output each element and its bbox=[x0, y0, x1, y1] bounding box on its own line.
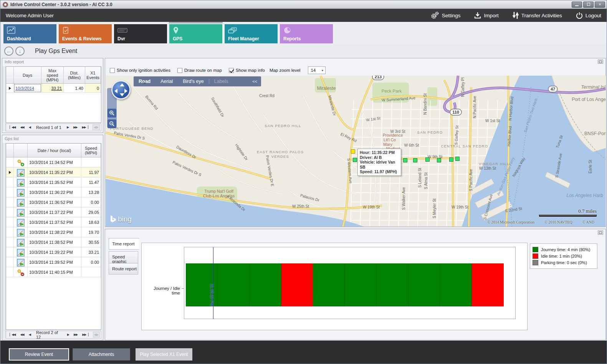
speed-cell[interactable]: 29.05 bbox=[81, 207, 101, 217]
speed-cell[interactable] bbox=[81, 157, 101, 167]
map-style-aerial[interactable]: Aerial bbox=[155, 79, 178, 84]
gps-event-marker-start[interactable] bbox=[351, 149, 355, 154]
map-style-road[interactable]: Road bbox=[134, 79, 155, 84]
collapse-panel-icon[interactable] bbox=[598, 60, 603, 64]
column-header[interactable]: X1 Events bbox=[85, 67, 101, 83]
gps-row[interactable]: 10/3/2014 11:38:52 PM30.55 bbox=[6, 237, 101, 247]
map-style-labels[interactable]: Labels bbox=[209, 79, 233, 84]
gps-row[interactable]: 10/3/2014 11:39:22 PM33.21 bbox=[6, 247, 101, 257]
gps-row[interactable]: 10/3/2014 11:38:22 PM19.70 bbox=[6, 227, 101, 237]
table-row[interactable]: 10/3/201433.211.400 bbox=[6, 84, 101, 93]
zoom-out-button[interactable] bbox=[108, 119, 116, 128]
gps-point-marker[interactable] bbox=[403, 158, 407, 162]
gps-point-marker[interactable] bbox=[413, 158, 417, 162]
down-button[interactable]: ↓ bbox=[15, 46, 25, 56]
import-button[interactable]: Import bbox=[474, 12, 498, 19]
checkbox-checked-icon[interactable] bbox=[229, 68, 234, 73]
record-fast-prev-button[interactable]: ◀◀ bbox=[18, 126, 26, 129]
datetime-cell[interactable]: 10/3/2014 11:35:22 PM bbox=[28, 167, 81, 177]
record-last-button[interactable]: ▶▶▕ bbox=[80, 333, 90, 336]
x1-events-cell[interactable]: 0 bbox=[85, 84, 101, 93]
record-scrollbar[interactable]: ◀▶ bbox=[93, 332, 100, 338]
map-style-bird-s-eye[interactable]: Bird's eye bbox=[178, 79, 209, 84]
record-first-button[interactable]: ▏◀◀ bbox=[7, 333, 18, 336]
transfer-button[interactable]: Transfer Activities bbox=[513, 12, 562, 19]
tab-reports[interactable]: Reports bbox=[280, 24, 333, 43]
close-button[interactable]: × bbox=[595, 2, 605, 8]
minimize-button[interactable] bbox=[572, 2, 582, 8]
tab-time-report[interactable]: Time report bbox=[109, 238, 139, 250]
tab-fleet[interactable]: Fleet Manager bbox=[225, 24, 278, 43]
record-prev-button[interactable]: ◀ bbox=[26, 333, 33, 336]
review-event-button[interactable]: Review Event bbox=[9, 348, 69, 361]
record-next-button[interactable]: ▶ bbox=[65, 126, 71, 129]
tab-dashboard[interactable]: Dashboard bbox=[3, 24, 56, 43]
datetime-cell[interactable]: 10/3/2014 11:40:15 PM bbox=[28, 267, 81, 277]
gps-point-marker[interactable] bbox=[353, 158, 357, 162]
logout-button[interactable]: Logout bbox=[576, 12, 601, 19]
gps-point-marker[interactable] bbox=[437, 158, 441, 162]
map-toolbar-collapse-button[interactable]: << bbox=[248, 79, 261, 84]
record-prev-button[interactable]: ◀ bbox=[26, 126, 33, 129]
datetime-cell[interactable]: 10/3/2014 11:37:22 PM bbox=[28, 207, 81, 217]
tab-route-report[interactable]: Route report bbox=[109, 263, 138, 275]
gps-row[interactable]: 10/3/2014 11:36:52 PM0.00 bbox=[6, 197, 101, 207]
speed-cell[interactable]: 19.70 bbox=[81, 227, 101, 237]
record-last-button[interactable]: ▶▶▕ bbox=[79, 126, 90, 129]
gps-row[interactable]: 10/3/2014 11:34:52 PM bbox=[6, 157, 101, 167]
column-header[interactable]: Speed (MPH) bbox=[81, 144, 101, 157]
speed-cell[interactable]: 30.55 bbox=[81, 237, 101, 247]
gps-row[interactable]: 10/3/2014 11:37:52 PM18.63 bbox=[6, 217, 101, 227]
datetime-cell[interactable]: 10/3/2014 11:38:52 PM bbox=[28, 237, 81, 247]
speed-cell[interactable]: 11.47 bbox=[81, 177, 101, 187]
speed-link[interactable]: 33.21 bbox=[51, 86, 62, 91]
record-scrollbar[interactable]: ◀▶ bbox=[93, 124, 100, 130]
scroll-left-icon[interactable]: ◀ bbox=[94, 126, 96, 129]
record-first-button[interactable]: ▏◀◀ bbox=[7, 126, 18, 129]
tab-gps[interactable]: GPS bbox=[169, 24, 222, 43]
datetime-cell[interactable]: 10/3/2014 11:39:52 PM bbox=[28, 257, 81, 267]
checkbox-unchecked-icon[interactable] bbox=[177, 68, 182, 73]
speed-cell[interactable]: 0.00 bbox=[81, 257, 101, 267]
maximize-button[interactable] bbox=[583, 2, 594, 8]
speed-cell[interactable]: 11.97 bbox=[81, 167, 101, 177]
record-fast-next-button[interactable]: ▶▶ bbox=[71, 333, 80, 336]
tab-events[interactable]: Events & Reviews bbox=[59, 24, 112, 43]
back-button[interactable]: ← bbox=[4, 46, 13, 56]
gps-row[interactable]: 10/3/2014 11:35:22 PM11.97 bbox=[6, 167, 101, 177]
days-cell[interactable]: 10/3/2014 bbox=[14, 84, 41, 93]
gps-row[interactable]: 10/3/2014 11:39:52 PM0.00 bbox=[6, 257, 101, 267]
column-header[interactable]: Dist. (Miles) bbox=[64, 67, 85, 83]
datetime-cell[interactable]: 10/3/2014 11:34:52 PM bbox=[28, 157, 81, 167]
datetime-cell[interactable]: 10/3/2014 11:35:52 PM bbox=[28, 177, 81, 187]
speed-cell[interactable]: 33.21 bbox=[81, 247, 101, 257]
datetime-cell[interactable]: 10/3/2014 11:36:22 PM bbox=[28, 187, 81, 197]
date-link[interactable]: 10/3/2014 bbox=[15, 86, 34, 91]
checkbox-unchecked-icon[interactable] bbox=[110, 68, 115, 73]
gps-point-marker[interactable] bbox=[455, 157, 460, 161]
scroll-right-icon[interactable]: ▶ bbox=[96, 333, 99, 336]
gps-row[interactable]: 10/3/2014 11:36:22 PM13.28 bbox=[6, 187, 101, 197]
datetime-cell[interactable]: 10/3/2014 11:38:22 PM bbox=[28, 227, 81, 237]
speed-cell[interactable]: 18.63 bbox=[81, 217, 101, 227]
column-header[interactable]: Date / hour (local) bbox=[28, 144, 81, 157]
gps-point-marker[interactable] bbox=[449, 157, 453, 162]
max-speed-cell[interactable]: 33.21 bbox=[41, 84, 64, 93]
speed-cell[interactable]: 0.00 bbox=[81, 197, 101, 207]
compass-control[interactable] bbox=[111, 80, 131, 99]
gps-row[interactable]: 10/3/2014 11:40:15 PM bbox=[6, 267, 101, 277]
settings-button[interactable]: Settings bbox=[431, 12, 461, 19]
dist-cell[interactable]: 1.40 bbox=[64, 84, 85, 93]
speed-cell[interactable]: 13.28 bbox=[81, 187, 101, 197]
datetime-cell[interactable]: 10/3/2014 11:39:22 PM bbox=[28, 247, 81, 257]
zoom-in-button[interactable] bbox=[108, 109, 116, 117]
tab-dvr[interactable]: Dvr bbox=[114, 24, 167, 43]
record-fast-next-button[interactable]: ▶▶ bbox=[71, 126, 79, 129]
collapse-panel-icon[interactable] bbox=[598, 230, 603, 235]
speed-cell[interactable] bbox=[81, 267, 101, 277]
gps-row[interactable]: 10/3/2014 11:37:22 PM29.05 bbox=[6, 207, 101, 217]
gps-point-marker[interactable] bbox=[425, 157, 430, 162]
record-next-button[interactable]: ▶ bbox=[65, 333, 71, 336]
map-zoom-dropdown[interactable]: 14▼ bbox=[308, 66, 326, 74]
gps-row[interactable]: 10/3/2014 11:35:52 PM11.47 bbox=[6, 177, 101, 187]
